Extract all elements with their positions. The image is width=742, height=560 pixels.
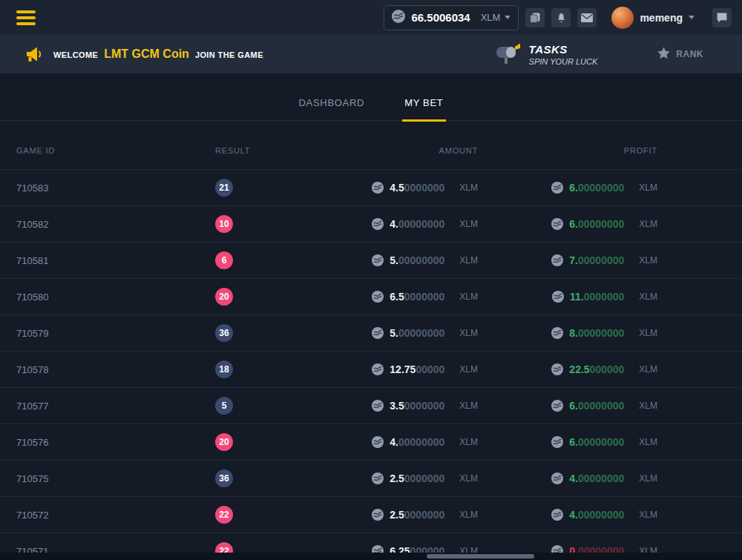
balance-value: 66.5006034	[411, 11, 470, 24]
tasks-widget[interactable]: TASKS SPIN YOUR LUCK	[495, 41, 598, 67]
result-badge: 18	[215, 360, 233, 378]
amount-value: 4.	[390, 218, 398, 230]
amount-zeros: 0000000	[404, 400, 445, 412]
tab-my-bet[interactable]: MY BET	[402, 97, 445, 122]
result-badge: 10	[215, 215, 233, 233]
game-id: 710581	[0, 255, 199, 266]
hamburger-menu-icon[interactable]	[16, 10, 36, 25]
tab-dashboard[interactable]: DASHBOARD	[296, 97, 367, 120]
coin-icon	[372, 436, 384, 448]
amount-zeros: 00000	[416, 363, 444, 375]
profit-unit: XLM	[639, 510, 657, 520]
username: memeng	[640, 12, 683, 24]
coin-icon	[552, 291, 564, 303]
amount-zeros: 00000000	[398, 218, 444, 230]
notifications-button[interactable]	[551, 8, 571, 27]
profit-zeros: 00000000	[578, 436, 624, 448]
table-row[interactable]: 710577 5 3.50000000 XLM 6.00000000 XLM	[0, 388, 742, 424]
result-cell: 36	[199, 324, 318, 342]
profit-zeros: 0000000	[584, 291, 625, 303]
tasks-title: TASKS	[529, 43, 598, 56]
coin-icon	[372, 254, 384, 266]
game-id: 710582	[0, 219, 199, 230]
profit-cell: 6.00000000 XLM	[478, 218, 657, 230]
profit-cell: 11.0000000 XLM	[478, 291, 657, 303]
coin-icon	[372, 218, 384, 230]
table-header: GAME ID RESULT AMOUNT PROFIT	[0, 121, 742, 170]
balance-box[interactable]: 66.5006034 XLM	[384, 5, 519, 30]
amount-zeros: 0000000	[404, 472, 445, 484]
game-id: 710578	[0, 364, 199, 375]
my-bet-table: GAME ID RESULT AMOUNT PROFIT 710583 21 4…	[0, 121, 742, 560]
messages-button[interactable]	[577, 8, 597, 27]
amount-value: 5.	[390, 254, 398, 266]
megaphone-icon	[25, 46, 45, 62]
cards-button[interactable]	[525, 8, 545, 27]
rank-label: RANK	[676, 49, 703, 59]
profit-value: 6.	[569, 182, 578, 194]
rank-widget[interactable]: RANK	[657, 46, 703, 63]
amount-value: 5.	[390, 327, 398, 339]
mailbox-icon	[495, 41, 522, 67]
result-cell: 22	[199, 506, 318, 524]
user-menu[interactable]: memeng	[611, 7, 695, 29]
table-row[interactable]: 710582 10 4.00000000 XLM 6.00000000 XLM	[0, 206, 742, 243]
profit-zeros: 00000000	[578, 400, 624, 412]
envelope-icon	[581, 13, 593, 22]
horizontal-scrollbar	[0, 553, 742, 560]
profit-value: 7.	[569, 254, 578, 266]
header-profit: PROFIT	[478, 146, 657, 155]
profit-value: 6.	[569, 436, 578, 448]
star-icon	[657, 46, 671, 63]
profit-unit: XLM	[639, 291, 657, 302]
chevron-down-icon	[689, 16, 695, 19]
profit-zeros: 00000000	[578, 182, 624, 194]
result-cell: 6	[199, 251, 318, 269]
result-badge: 5	[215, 397, 233, 415]
header-result: RESULT	[199, 146, 318, 155]
cards-icon	[529, 12, 541, 24]
amount-unit: XLM	[459, 291, 478, 302]
table-row[interactable]: 710579 36 5.00000000 XLM 8.00000000 XLM	[0, 315, 742, 352]
result-badge: 6	[215, 251, 233, 269]
profit-value: 4.	[569, 509, 578, 521]
profit-value: 6.	[569, 400, 578, 412]
amount-value: 6.5	[390, 291, 404, 303]
amount-cell: 6.50000000 XLM	[318, 291, 478, 303]
header-game-id: GAME ID	[0, 146, 199, 155]
amount-unit: XLM	[459, 473, 478, 484]
coin-icon	[372, 327, 384, 339]
profit-cell: 6.00000000 XLM	[478, 436, 657, 448]
chat-button[interactable]	[712, 8, 732, 27]
profit-zeros: 000000	[590, 363, 625, 375]
table-row[interactable]: 710578 18 12.7500000 XLM 22.5000000 XLM	[0, 352, 742, 388]
result-cell: 20	[199, 288, 318, 306]
table-row[interactable]: 710580 20 6.50000000 XLM 11.0000000 XLM	[0, 279, 742, 315]
table-row[interactable]: 710576 20 4.00000000 XLM 6.00000000 XLM	[0, 424, 742, 461]
amount-cell: 3.50000000 XLM	[318, 400, 478, 412]
amount-cell: 4.00000000 XLM	[318, 218, 478, 230]
amount-unit: XLM	[459, 364, 478, 375]
table-row[interactable]: 710583 21 4.50000000 XLM 6.00000000 XLM	[0, 170, 742, 206]
currency-select[interactable]: XLM	[481, 12, 511, 23]
table-row[interactable]: 710575 36 2.50000000 XLM 4.00000000 XLM	[0, 461, 742, 497]
profit-cell: 22.5000000 XLM	[478, 363, 657, 375]
profit-cell: 4.00000000 XLM	[478, 472, 657, 484]
result-cell: 20	[199, 433, 318, 451]
profit-zeros: 00000000	[578, 327, 624, 339]
profit-value: 6.	[569, 218, 578, 230]
bet-table-body: 710583 21 4.50000000 XLM 6.00000000 XLM …	[0, 170, 742, 560]
amount-unit: XLM	[459, 255, 478, 266]
welcome-text: WELCOME	[53, 50, 98, 59]
profit-unit: XLM	[639, 473, 657, 484]
profit-value: 11.	[570, 291, 584, 303]
amount-value: 3.5	[390, 400, 404, 412]
table-row[interactable]: 710572 22 2.50000000 XLM 4.00000000 XLM	[0, 497, 742, 533]
coin-icon	[551, 472, 563, 484]
coin-icon	[372, 182, 384, 194]
scrollbar-thumb[interactable]	[427, 554, 534, 559]
table-row[interactable]: 710581 6 5.00000000 XLM 7.00000000 XLM	[0, 243, 742, 279]
amount-unit: XLM	[459, 182, 478, 193]
game-id: 710575	[0, 473, 199, 484]
profit-unit: XLM	[639, 401, 657, 411]
